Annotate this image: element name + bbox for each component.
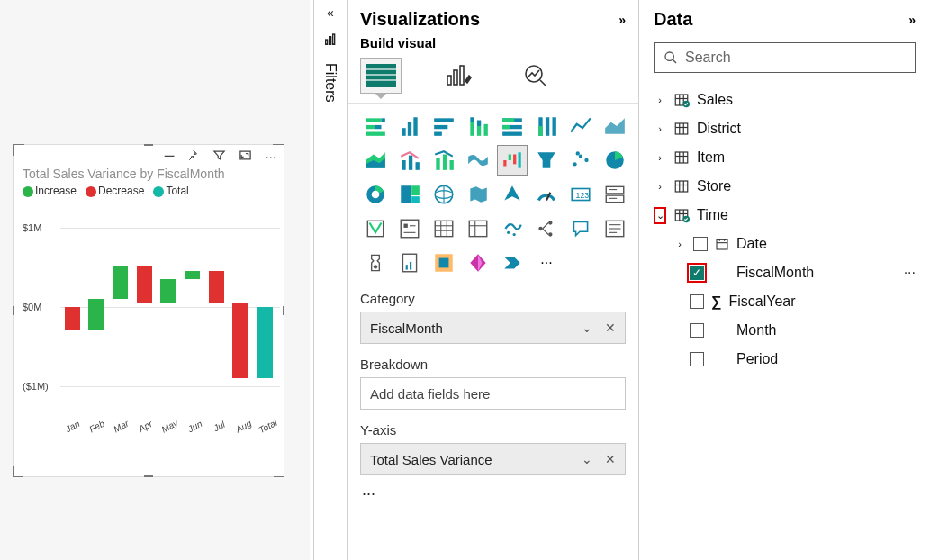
viz-type-area[interactable] bbox=[600, 111, 630, 141]
viz-type-donut[interactable] bbox=[360, 179, 391, 210]
chevron-right-icon[interactable]: › bbox=[654, 152, 666, 163]
collapse-viz-icon[interactable]: » bbox=[618, 13, 626, 27]
focus-mode-icon[interactable] bbox=[239, 149, 252, 165]
viz-type-line-col[interactable] bbox=[394, 145, 425, 176]
more-fields-icon[interactable]: ... bbox=[360, 475, 626, 500]
chevron-down-icon[interactable]: ⌄ bbox=[582, 321, 592, 335]
viz-type-stacked-area[interactable] bbox=[360, 145, 391, 176]
chevron-right-icon[interactable]: › bbox=[654, 95, 666, 105]
viz-type-kpi[interactable] bbox=[360, 213, 391, 244]
viz-type-goals[interactable] bbox=[360, 248, 391, 278]
viz-type-stacked-column[interactable] bbox=[463, 111, 493, 141]
filter-icon[interactable] bbox=[212, 149, 226, 165]
field-month[interactable]: Month bbox=[654, 316, 916, 345]
field-fiscalmonth[interactable]: ✓ FiscalMonth ··· bbox=[654, 258, 916, 287]
filters-icon bbox=[323, 32, 338, 50]
bar-mar[interactable] bbox=[113, 266, 129, 299]
field-more-icon[interactable]: ··· bbox=[904, 265, 916, 281]
viz-type-line[interactable] bbox=[565, 111, 596, 141]
table-store[interactable]: › Store bbox=[654, 172, 916, 201]
remove-field-icon[interactable]: ✕ bbox=[605, 321, 616, 335]
yaxis-field-well[interactable]: Total Sales Variance ⌄✕ bbox=[360, 443, 626, 475]
pin-icon[interactable] bbox=[186, 149, 200, 165]
field-checkbox[interactable] bbox=[690, 323, 704, 338]
expand-filters-icon[interactable]: « bbox=[327, 5, 334, 20]
bar-jul[interactable] bbox=[209, 271, 225, 303]
collapse-data-icon[interactable]: » bbox=[908, 13, 916, 27]
chart-visual[interactable]: ═ ··· Total Sales Variance by FiscalMont… bbox=[13, 144, 284, 477]
table-time[interactable]: ⌄ Time bbox=[654, 201, 916, 230]
field-period[interactable]: Period bbox=[654, 345, 916, 374]
viz-type-paginated[interactable] bbox=[394, 248, 425, 278]
viz-type-funnel[interactable] bbox=[531, 145, 562, 176]
analytics-tab[interactable] bbox=[515, 58, 556, 94]
viz-type-arcgis[interactable] bbox=[429, 248, 459, 278]
bar-total[interactable] bbox=[257, 307, 273, 378]
chevron-down-icon[interactable]: ⌄ bbox=[654, 207, 666, 224]
viz-type-filled-map[interactable] bbox=[463, 179, 493, 210]
viz-type-decomp-tree[interactable] bbox=[531, 213, 562, 244]
field-fiscalyear[interactable]: ∑ FiscalYear bbox=[654, 287, 916, 316]
viz-type-powerapps[interactable] bbox=[463, 248, 493, 278]
viz-type-gauge[interactable] bbox=[531, 179, 562, 210]
chevron-right-icon[interactable]: › bbox=[654, 123, 666, 134]
chevron-right-icon[interactable]: › bbox=[654, 181, 666, 192]
field-checkbox[interactable] bbox=[690, 294, 704, 309]
viz-type-matrix[interactable] bbox=[463, 213, 493, 244]
viz-type-line-stacked-col[interactable] bbox=[429, 145, 459, 176]
viz-type-automate[interactable] bbox=[497, 248, 528, 278]
svg-point-80 bbox=[513, 233, 516, 236]
viz-type-100-stacked-bar[interactable] bbox=[497, 111, 528, 141]
viz-type-stacked-bar-h[interactable] bbox=[429, 111, 459, 141]
table-item[interactable]: › Item bbox=[654, 143, 916, 172]
bar-feb[interactable] bbox=[88, 299, 104, 330]
viz-type-100-stacked-col[interactable] bbox=[531, 111, 562, 141]
viz-type-azure-map[interactable] bbox=[497, 179, 528, 210]
filters-pane-collapsed[interactable]: « Filters bbox=[313, 0, 348, 560]
search-input[interactable]: Search bbox=[654, 42, 916, 73]
svg-rect-32 bbox=[502, 125, 510, 129]
viz-type-treemap[interactable] bbox=[394, 179, 425, 210]
format-visual-tab[interactable] bbox=[438, 58, 479, 94]
svg-rect-38 bbox=[402, 160, 405, 170]
viz-type-r-visual[interactable] bbox=[497, 213, 528, 244]
y-tick: $1M bbox=[23, 222, 41, 233]
table-sales[interactable]: › Sales bbox=[654, 86, 916, 114]
viz-type-more[interactable]: ··· bbox=[531, 248, 562, 278]
viz-type-card[interactable]: 123 bbox=[565, 179, 596, 210]
category-field-well[interactable]: FiscalMonth ⌄✕ bbox=[360, 312, 626, 344]
table-district[interactable]: › District bbox=[654, 114, 916, 143]
svg-rect-1 bbox=[326, 40, 328, 44]
field-date[interactable]: › Date bbox=[654, 230, 916, 258]
viz-type-slicer[interactable] bbox=[394, 213, 425, 244]
viz-type-table[interactable] bbox=[429, 213, 459, 244]
viz-type-ribbon[interactable] bbox=[463, 145, 493, 176]
viz-type-multi-card[interactable] bbox=[600, 179, 630, 210]
chevron-down-icon[interactable]: ⌄ bbox=[582, 452, 592, 466]
field-checkbox[interactable]: ✓ bbox=[690, 266, 704, 280]
viz-type-qa[interactable] bbox=[565, 213, 596, 244]
field-checkbox[interactable] bbox=[690, 352, 704, 366]
remove-field-icon[interactable]: ✕ bbox=[605, 452, 616, 466]
build-visual-tab[interactable] bbox=[360, 58, 402, 94]
breakdown-field-well[interactable]: Add data fields here bbox=[360, 377, 626, 410]
yaxis-field-label: Y-axis bbox=[360, 422, 626, 438]
more-options-icon[interactable]: ··· bbox=[265, 149, 276, 165]
viz-type-pie[interactable] bbox=[600, 145, 630, 176]
field-checkbox[interactable] bbox=[693, 237, 708, 251]
bar-jun[interactable] bbox=[185, 271, 201, 279]
viz-type-narrative[interactable] bbox=[600, 213, 630, 244]
bar-apr[interactable] bbox=[137, 266, 153, 303]
chevron-right-icon[interactable]: › bbox=[673, 239, 686, 249]
svg-rect-18 bbox=[402, 128, 405, 136]
bar-aug[interactable] bbox=[232, 303, 248, 378]
viz-type-waterfall[interactable] bbox=[497, 145, 528, 176]
viz-type-map[interactable] bbox=[429, 179, 459, 210]
viz-type-scatter[interactable] bbox=[565, 145, 596, 176]
viz-type-stacked-bar[interactable] bbox=[360, 111, 391, 141]
bar-jan[interactable] bbox=[65, 307, 81, 330]
drill-icon[interactable]: ═ bbox=[165, 149, 175, 165]
viz-type-bar[interactable] bbox=[394, 111, 425, 141]
bar-may[interactable] bbox=[160, 279, 176, 303]
report-canvas: ═ ··· Total Sales Variance by FiscalMont… bbox=[0, 0, 310, 560]
